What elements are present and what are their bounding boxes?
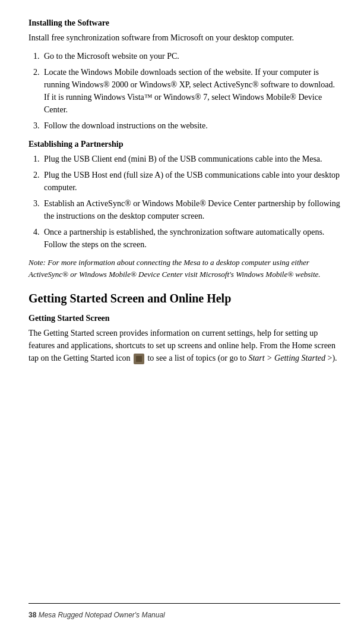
footer-rule — [29, 603, 340, 604]
partnership-step-2: Plug the USB Host end (full size A) of t… — [42, 169, 340, 194]
partnership-steps: Plug the USB Client end (mini B) of the … — [42, 153, 340, 251]
getting-started-body: The Getting Started screen provides info… — [29, 327, 340, 364]
installing-step-2: Locate the Windows Mobile downloads sect… — [42, 66, 340, 116]
footer-content: 38 Mesa Rugged Notepad Owner's Manual — [29, 607, 340, 620]
footer: 38 Mesa Rugged Notepad Owner's Manual — [29, 603, 340, 620]
partnership-step-3: Establish an ActiveSync® or Windows Mobi… — [42, 197, 340, 222]
installing-step-3: Follow the download instructions on the … — [42, 119, 340, 132]
installing-heading: Installing the Software — [29, 17, 340, 29]
getting-started-major-heading: Getting Started Screen and Online Help — [29, 291, 340, 306]
getting-started-screen-heading: Getting Started Screen — [29, 312, 340, 324]
partnership-step-1: Plug the USB Client end (mini B) of the … — [42, 153, 340, 165]
getting-started-body2: to see a list of topics (or go to — [147, 354, 246, 362]
getting-started-body4: >). — [328, 354, 337, 362]
partnership-step-4: Once a partnership is established, the s… — [42, 226, 340, 251]
installing-intro: Install free synchronization software fr… — [29, 31, 340, 44]
installing-step-1: Go to the Microsoft website on your PC. — [42, 50, 340, 62]
footer-title: Mesa Rugged Notepad Owner's Manual — [39, 611, 165, 619]
partnership-heading: Establishing a Partnership — [29, 138, 340, 150]
footer-page-number: 38 — [29, 611, 36, 619]
getting-started-body3: Start > Getting Started — [248, 354, 325, 362]
installing-steps: Go to the Microsoft website on your PC. … — [42, 50, 340, 132]
partnership-note: Note: For more information about connect… — [29, 257, 340, 280]
getting-started-icon — [134, 354, 144, 364]
